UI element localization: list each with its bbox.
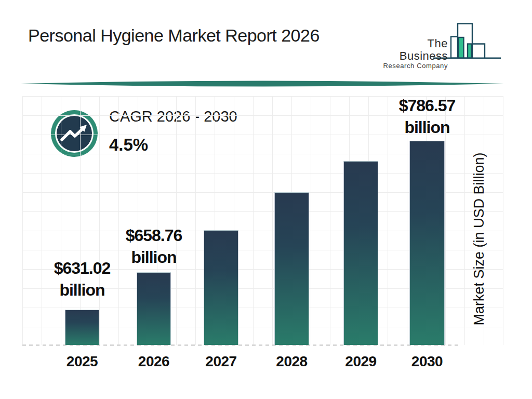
bar-2030 [409,141,445,345]
logo-company-subname: Research Company [381,62,448,70]
bar-2027 [204,230,238,345]
x-tick-2027: 2027 [185,353,258,370]
x-tick-2030: 2030 [391,353,463,370]
infographic-page: Personal Hygiene Market Report 2026 The … [0,0,532,399]
bar-2028 [274,192,309,345]
logo-company-name: The Business [381,37,448,62]
x-tick-2029: 2029 [325,353,397,370]
x-tick-2026: 2026 [117,353,190,370]
bar-2029 [343,161,378,345]
y-axis-label: Market Size (in USD Billion) [471,152,487,325]
bar-2025 [65,310,99,345]
bar-chart: 2025$631.02billion2026$658.76billion2027… [22,96,503,345]
x-tick-2025: 2025 [46,353,118,370]
bar-2026 [137,272,171,345]
divider-line [21,80,504,88]
value-label-2030: $786.57billion [370,95,484,138]
x-tick-2028: 2028 [256,353,328,370]
page-title: Personal Hygiene Market Report 2026 [28,25,320,46]
company-logo: The Business Research Company [381,22,501,59]
value-label-2026: $658.76billion [97,224,211,268]
logo-text: The Business Research Company [381,37,448,70]
